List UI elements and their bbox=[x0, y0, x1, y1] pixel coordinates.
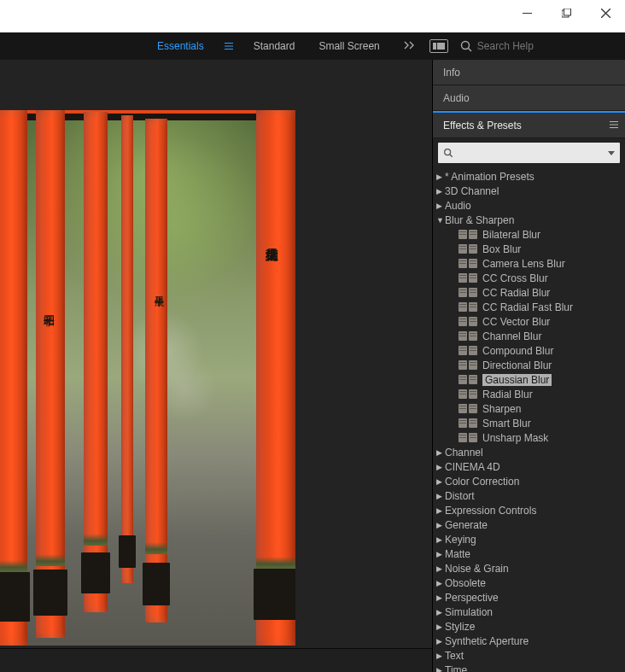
arrow-down-icon: ▼ bbox=[436, 216, 445, 225]
maximize-button[interactable] bbox=[546, 0, 586, 26]
effect-row[interactable]: Gaussian Blur bbox=[433, 372, 625, 387]
composition-viewer: 昭和三十 奉納伏見稲荷大社上 平成二十年 bbox=[0, 60, 433, 672]
effect-label: CC Vector Blur bbox=[482, 316, 550, 328]
category-label: Simulation bbox=[445, 606, 493, 618]
effect-preset-icon bbox=[459, 375, 479, 384]
effect-row[interactable]: Bilateral Blur bbox=[433, 227, 625, 242]
arrow-right-icon: ▶ bbox=[436, 492, 445, 500]
category-row[interactable]: ▶Expression Controls bbox=[433, 503, 625, 517]
category-row[interactable]: ▼Blur & Sharpen bbox=[433, 213, 625, 227]
category-row[interactable]: ▶Keying bbox=[433, 532, 625, 546]
category-row[interactable]: ▶Stylize bbox=[433, 619, 625, 634]
effects-search-input[interactable] bbox=[457, 147, 605, 159]
arrow-right-icon: ▶ bbox=[436, 535, 445, 544]
effect-row[interactable]: Directional Blur bbox=[433, 358, 625, 372]
effects-search[interactable] bbox=[438, 143, 620, 163]
effect-row[interactable]: CC Radial Fast Blur bbox=[433, 300, 625, 314]
panel-tab-audio[interactable]: Audio bbox=[433, 85, 625, 111]
effect-preset-icon bbox=[459, 244, 479, 254]
effect-label: CC Radial Blur bbox=[482, 287, 550, 299]
effect-preset-icon bbox=[459, 404, 479, 413]
category-row[interactable]: ▶Obsolete bbox=[433, 576, 625, 590]
arrow-right-icon: ▶ bbox=[436, 463, 445, 471]
category-row[interactable]: ▶3D Channel bbox=[433, 184, 625, 198]
effect-row[interactable]: Channel Blur bbox=[433, 329, 625, 343]
effect-row[interactable]: Compound Blur bbox=[433, 343, 625, 358]
workspace-tab-standard[interactable]: Standard bbox=[242, 32, 307, 60]
category-label: Matte bbox=[445, 548, 470, 560]
preview-image: 昭和三十 奉納伏見稲荷大社上 平成二十年 bbox=[0, 110, 295, 646]
category-row[interactable]: ▶Text bbox=[433, 648, 625, 663]
arrow-right-icon: ▶ bbox=[436, 506, 445, 515]
category-label: Generate bbox=[445, 519, 488, 531]
category-row[interactable]: ▶Noise & Grain bbox=[433, 561, 625, 576]
close-button[interactable] bbox=[586, 0, 625, 26]
arrow-right-icon: ▶ bbox=[436, 652, 445, 660]
effect-preset-icon bbox=[459, 346, 479, 355]
overflow-chevron-icon[interactable] bbox=[404, 40, 416, 52]
effect-row[interactable]: Box Blur bbox=[433, 242, 625, 256]
category-row[interactable]: ▶* Animation Presets bbox=[433, 169, 625, 184]
effect-row[interactable]: Camera Lens Blur bbox=[433, 256, 625, 271]
category-row[interactable]: ▶Generate bbox=[433, 517, 625, 532]
category-row[interactable]: ▶Perspective bbox=[433, 590, 625, 605]
effect-preset-icon bbox=[459, 230, 479, 239]
panel-label: Audio bbox=[443, 92, 470, 104]
category-label: Expression Controls bbox=[445, 505, 536, 517]
effect-row[interactable]: Smart Blur bbox=[433, 416, 625, 430]
effects-tree[interactable]: ▶* Animation Presets▶3D Channel▶Audio▼Bl… bbox=[433, 167, 625, 672]
category-row[interactable]: ▶CINEMA 4D bbox=[433, 459, 625, 474]
search-icon bbox=[460, 40, 472, 52]
search-help[interactable] bbox=[460, 40, 588, 52]
effect-preset-icon bbox=[459, 389, 479, 399]
panel-label: Info bbox=[443, 67, 460, 79]
workspace-tab-small-screen[interactable]: Small Screen bbox=[307, 32, 391, 60]
panel-menu-icon[interactable] bbox=[610, 120, 618, 131]
arrow-right-icon: ▶ bbox=[436, 608, 445, 616]
workspace-label: Standard bbox=[254, 40, 295, 52]
snapshot-icon[interactable] bbox=[429, 39, 448, 53]
workspace-tab-essentials[interactable]: Essentials bbox=[145, 32, 216, 60]
category-label: Perspective bbox=[445, 592, 499, 604]
effect-preset-icon bbox=[459, 317, 479, 326]
arrow-right-icon: ▶ bbox=[436, 187, 445, 196]
category-row[interactable]: ▶Time bbox=[433, 663, 625, 672]
preview-frame[interactable]: 昭和三十 奉納伏見稲荷大社上 平成二十年 bbox=[0, 110, 295, 646]
effect-row[interactable]: CC Cross Blur bbox=[433, 271, 625, 285]
effect-row[interactable]: CC Radial Blur bbox=[433, 285, 625, 300]
effect-label: Unsharp Mask bbox=[482, 432, 548, 444]
category-row[interactable]: ▶Matte bbox=[433, 546, 625, 561]
category-row[interactable]: ▶Color Correction bbox=[433, 474, 625, 488]
effect-label: Box Blur bbox=[482, 243, 521, 255]
effect-row[interactable]: Unsharp Mask bbox=[433, 430, 625, 445]
effect-preset-icon bbox=[459, 302, 479, 312]
panel-tab-info[interactable]: Info bbox=[433, 60, 625, 85]
category-row[interactable]: ▶Simulation bbox=[433, 605, 625, 619]
category-row[interactable]: ▶Audio bbox=[433, 198, 625, 213]
effect-row[interactable]: CC Vector Blur bbox=[433, 314, 625, 329]
category-label: Distort bbox=[445, 490, 475, 502]
category-row[interactable]: ▶Distort bbox=[433, 488, 625, 503]
svg-point-13 bbox=[445, 149, 451, 155]
minimize-button[interactable] bbox=[507, 0, 546, 26]
workspace-menu-icon[interactable] bbox=[216, 42, 242, 50]
category-label: CINEMA 4D bbox=[445, 461, 500, 473]
arrow-right-icon: ▶ bbox=[436, 521, 445, 529]
category-row[interactable]: ▶Channel bbox=[433, 445, 625, 459]
effect-row[interactable]: Sharpen bbox=[433, 401, 625, 416]
workspace-label: Small Screen bbox=[318, 40, 379, 52]
effect-label: Gaussian Blur bbox=[482, 374, 552, 386]
arrow-right-icon: ▶ bbox=[436, 172, 445, 181]
arrow-right-icon: ▶ bbox=[436, 666, 445, 673]
search-help-input[interactable] bbox=[477, 40, 588, 52]
workspace-label: Essentials bbox=[157, 40, 204, 52]
workspace-bar: Essentials Standard Small Screen bbox=[0, 32, 625, 60]
effect-row[interactable]: Radial Blur bbox=[433, 387, 625, 401]
panel-tab-effects-presets[interactable]: Effects & Presets bbox=[433, 111, 625, 138]
svg-rect-2 bbox=[564, 9, 570, 15]
panel-label: Effects & Presets bbox=[443, 120, 522, 131]
category-label: Audio bbox=[445, 200, 471, 212]
effect-label: Sharpen bbox=[482, 403, 521, 415]
category-row[interactable]: ▶Synthetic Aperture bbox=[433, 634, 625, 648]
effect-label: Channel Blur bbox=[482, 330, 541, 342]
